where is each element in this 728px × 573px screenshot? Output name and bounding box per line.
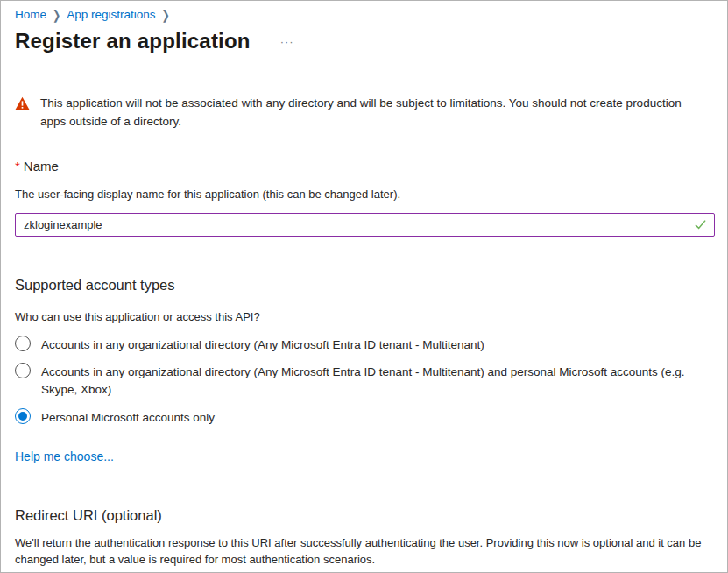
warning-text: This application will not be associated …	[40, 95, 707, 131]
help-me-choose-link[interactable]: Help me choose...	[15, 449, 114, 463]
radio-button-icon[interactable]	[15, 336, 31, 351]
breadcrumb: Home ❯ App registrations ❯	[15, 8, 713, 21]
chevron-right-icon: ❯	[162, 6, 170, 23]
required-asterisk: *	[15, 159, 20, 173]
account-types-question: Who can use this application or access t…	[15, 310, 713, 323]
name-input-wrap	[15, 213, 715, 237]
register-application-page: Home ❯ App registrations ❯ Register an a…	[0, 0, 728, 573]
name-input[interactable]	[15, 213, 715, 237]
breadcrumb-home-link[interactable]: Home	[15, 8, 46, 21]
redirect-uri-heading: Redirect URI (optional)	[15, 507, 713, 524]
radio-option-org-and-personal[interactable]: Accounts in any organizational directory…	[15, 363, 713, 398]
radio-option-org-directory[interactable]: Accounts in any organizational directory…	[15, 336, 713, 354]
breadcrumb-app-registrations-link[interactable]: App registrations	[67, 8, 155, 21]
account-type-radio-group: Accounts in any organizational directory…	[15, 336, 713, 426]
chevron-right-icon: ❯	[53, 6, 60, 23]
redirect-uri-description: We'll return the authentication response…	[15, 535, 711, 569]
radio-option-label: Personal Microsoft accounts only	[41, 408, 215, 427]
radio-option-label: Accounts in any organizational directory…	[41, 363, 713, 398]
radio-button-icon[interactable]	[15, 408, 31, 424]
warning-triangle-icon	[15, 96, 30, 110]
valid-check-icon	[694, 218, 707, 230]
name-field-description: The user-facing display name for this ap…	[15, 187, 713, 201]
page-title: Register an application	[15, 29, 251, 53]
warning-banner: This application will not be associated …	[15, 95, 707, 131]
more-options-icon[interactable]: ···	[277, 34, 298, 49]
title-row: Register an application ···	[15, 29, 713, 53]
radio-option-personal-only[interactable]: Personal Microsoft accounts only	[15, 408, 713, 427]
supported-account-types-heading: Supported account types	[15, 277, 713, 294]
radio-option-label: Accounts in any organizational directory…	[41, 336, 484, 354]
radio-button-icon[interactable]	[15, 363, 31, 378]
name-field-label: *Name	[15, 159, 713, 173]
